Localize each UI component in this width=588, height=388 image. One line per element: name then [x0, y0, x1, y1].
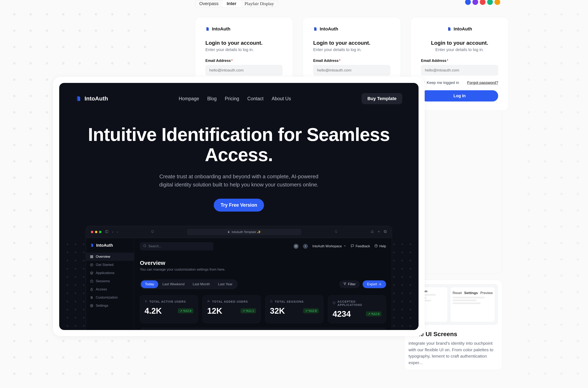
sidebar-item-settings[interactable]: Settings: [86, 302, 134, 310]
sidebar-label: Sessions: [96, 279, 110, 283]
lock-icon: [90, 288, 93, 291]
users-icon: [144, 300, 147, 303]
search-placeholder: Search...: [148, 244, 162, 248]
svg-point-28: [91, 305, 92, 306]
grid-icon: [90, 255, 93, 258]
avatar-secondary[interactable]: I: [303, 244, 308, 249]
color-swatch-green[interactable]: [487, 0, 493, 5]
svg-marker-19: [90, 272, 93, 273]
stat-trend-badge: ↗ %12.8: [178, 308, 193, 313]
sidebar-item-sessions[interactable]: Sessions: [86, 277, 134, 285]
plus-icon[interactable]: [377, 230, 380, 234]
nav-pricing[interactable]: Pricing: [225, 96, 239, 101]
tab-today[interactable]: Today: [141, 280, 158, 288]
browser-chrome: ‹ › IntoAuth Template ✨: [86, 226, 392, 238]
mini-tab-preview[interactable]: Preview: [480, 291, 493, 295]
hero-nav: Hompage Blog Pricing Contact About Us: [179, 96, 291, 101]
workspace-selector[interactable]: IntoAuth Workspace: [312, 244, 346, 248]
svg-point-29: [143, 245, 146, 247]
feedback-button[interactable]: Feedback: [351, 244, 370, 248]
sidebar-item-access[interactable]: Access: [86, 285, 134, 293]
email-field[interactable]: [205, 65, 282, 75]
stat-label: TOTAL ACTIVE USERS: [149, 300, 186, 303]
brand-logo-icon: [447, 27, 452, 31]
sidebar-item-get-started[interactable]: Get Started: [86, 261, 134, 269]
remember-checkbox[interactable]: Keep me logged in: [421, 80, 459, 85]
svg-point-26: [92, 297, 93, 298]
svg-point-27: [91, 298, 92, 299]
sidebar-item-customization[interactable]: Customization: [86, 293, 134, 302]
login-subtitle: Enter your details to log in.: [421, 47, 498, 52]
svg-rect-12: [91, 244, 92, 247]
sidebar-label: Applications: [96, 271, 115, 275]
svg-point-25: [91, 296, 92, 297]
tab-last-weekend[interactable]: Last Weekend: [158, 280, 188, 288]
tab-last-month[interactable]: Last Month: [189, 280, 214, 288]
stat-label: TOTAL SESSIONS: [275, 300, 304, 303]
email-field[interactable]: [421, 65, 498, 75]
export-button[interactable]: Export: [363, 280, 386, 288]
help-button[interactable]: Help: [375, 244, 386, 248]
shield-icon[interactable]: [151, 230, 154, 234]
mini-tab-reset[interactable]: Reset: [453, 291, 462, 295]
brand-logo-icon: [90, 243, 94, 247]
mini-tab-settings[interactable]: Settings: [464, 291, 478, 295]
email-field[interactable]: [313, 65, 390, 75]
feedback-label: Feedback: [356, 244, 370, 248]
sidebar-item-overview[interactable]: Overview: [86, 253, 134, 261]
svg-point-35: [208, 300, 209, 301]
email-label: Email Address*: [313, 59, 390, 63]
login-title: Login to your account.: [205, 40, 282, 46]
svg-rect-15: [91, 257, 92, 258]
sidebar-toggle-icon[interactable]: [105, 230, 108, 234]
brand-name: IntoAuth: [454, 26, 472, 32]
font-tab-overpass[interactable]: Overpass: [195, 0, 223, 7]
font-tab-playfair[interactable]: Playfair Display: [240, 0, 278, 7]
svg-line-30: [145, 246, 146, 247]
clock-icon: [90, 280, 93, 283]
nav-homepage[interactable]: Hompage: [179, 96, 199, 101]
svg-marker-33: [344, 283, 346, 285]
search-input[interactable]: Search...: [140, 242, 213, 250]
color-swatch-blue[interactable]: [465, 0, 471, 5]
page-subtitle: You can manage your customization settin…: [140, 267, 386, 272]
workspace-label: IntoAuth Workspace: [312, 244, 342, 248]
login-card-right: IntoAuth Login to your account. Enter yo…: [411, 17, 509, 111]
tab-last-year[interactable]: Last Year: [214, 280, 237, 288]
stat-value: 4234: [332, 309, 351, 318]
share-icon[interactable]: [371, 230, 374, 234]
refresh-icon[interactable]: [335, 230, 337, 234]
filter-button[interactable]: Filter: [339, 280, 360, 288]
color-swatch-orange[interactable]: [494, 0, 500, 5]
color-swatch-purple[interactable]: [472, 0, 478, 5]
color-swatch-red[interactable]: [480, 0, 486, 5]
color-swatches: [465, 0, 500, 5]
svg-point-34: [145, 300, 147, 301]
filter-label: Filter: [348, 282, 356, 286]
hero-brand[interactable]: IntoAuth: [75, 95, 108, 102]
sidebar-item-applications[interactable]: Applications: [86, 269, 134, 277]
login-button[interactable]: Log In: [421, 90, 498, 101]
dashboard-brand[interactable]: IntoAuth: [86, 242, 134, 253]
svg-rect-14: [92, 255, 93, 257]
cta-button[interactable]: Try Free Version: [214, 199, 264, 212]
nav-back-icon[interactable]: ‹: [112, 230, 113, 234]
stat-card-sessions: TOTAL SESSIONS 32K↗ %12.8: [265, 295, 323, 323]
stat-card-added-users: TOTAL ADDED USERS 12K↗ %11.1: [203, 295, 261, 323]
nav-blog[interactable]: Blog: [207, 96, 217, 101]
address-bar[interactable]: IntoAuth Template ✨: [187, 229, 301, 235]
tabs-icon[interactable]: [384, 230, 387, 234]
forgot-password-link[interactable]: Forgot password?: [467, 80, 498, 85]
brand-name: IntoAuth: [85, 95, 108, 102]
nav-about[interactable]: About Us: [272, 96, 291, 101]
font-tab-inter[interactable]: Inter: [223, 0, 240, 7]
nav-contact[interactable]: Contact: [247, 96, 263, 101]
dashboard-sidebar: IntoAuth Overview Get Started Applicatio…: [86, 238, 134, 330]
buy-template-button[interactable]: Buy Template: [362, 93, 402, 104]
svg-rect-1: [314, 27, 315, 31]
nav-forward-icon[interactable]: ›: [117, 230, 118, 234]
avatar-primary[interactable]: U: [294, 244, 299, 249]
stat-label: ACCEPTED APPLICATIONS: [337, 300, 381, 307]
login-title: Login to your account.: [421, 40, 498, 46]
sidebar-label: Customization: [96, 295, 118, 300]
